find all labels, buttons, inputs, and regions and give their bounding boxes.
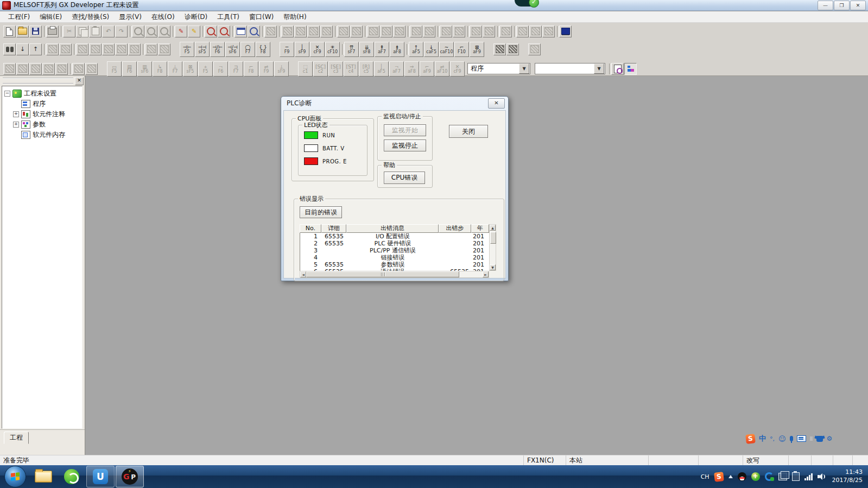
toolbar-new-project[interactable]	[3, 26, 16, 37]
toolbar-search-down[interactable]: ↓	[16, 43, 29, 55]
toolbar-project-tree-toggle[interactable]	[624, 63, 637, 75]
table-row[interactable]: 4链接错误201	[300, 254, 489, 261]
toolbar-sfc-corner1[interactable]: ¬F6	[213, 61, 228, 77]
column-header[interactable]: No.	[300, 224, 321, 233]
maximize-button[interactable]: ❐	[834, 1, 850, 10]
toolbar-pulse-down-parallel[interactable]: ⇟aF8	[390, 42, 404, 57]
menu-project[interactable]: 工程(F)	[3, 11, 35, 23]
toolbar-sfc-st[interactable]: [ST]c4	[344, 61, 358, 77]
network-signal-icon[interactable]	[804, 473, 813, 480]
toolbar-block-zoom[interactable]	[423, 26, 435, 37]
toolbar-copy[interactable]	[76, 26, 88, 37]
lang-chinese-icon[interactable]: 中	[759, 434, 766, 443]
start-button[interactable]	[4, 466, 26, 487]
toolbar-find-replace[interactable]	[158, 26, 170, 37]
menu-online[interactable]: 在线(O)	[147, 11, 180, 23]
toolbar-monitor-window[interactable]	[559, 26, 572, 37]
vertical-scrollbar[interactable]: ▲ ▼	[489, 224, 496, 271]
taskbar-explorer[interactable]	[30, 466, 57, 487]
toolbar-flag-t[interactable]	[337, 26, 350, 37]
menu-diagnostics[interactable]: 诊断(D)	[180, 11, 213, 23]
taskbar-gx-developer[interactable]: ⚡GP	[116, 466, 144, 487]
toolbar-jump[interactable]	[46, 43, 59, 55]
toolbar-find-binoculars[interactable]	[3, 43, 16, 55]
toolbar-device-call[interactable]	[59, 43, 72, 55]
toolbar-doc-save[interactable]	[145, 43, 157, 55]
skin-icon[interactable]	[816, 436, 823, 442]
toolbar-ladder-write-mode[interactable]: ✎	[175, 26, 187, 37]
toolbar-window-view[interactable]	[235, 26, 247, 37]
toolbar-statement-edit[interactable]	[294, 26, 307, 37]
toolbar-block-up-edit[interactable]	[115, 43, 128, 55]
toolbar-ladder-insert-mode[interactable]: ✎	[188, 26, 200, 37]
toolbar-comment-edit[interactable]	[281, 26, 294, 37]
toolbar-sfc-dummy[interactable]: ⊠sF5	[183, 61, 198, 77]
toolbar-sfc-sel-join[interactable]: ⟂sF9	[274, 61, 289, 77]
toolbar-layer-copy[interactable]	[89, 43, 102, 55]
toolbar-undo[interactable]: ↶	[102, 26, 115, 37]
toolbar-transfer-setup[interactable]	[264, 26, 277, 37]
toolbar-sfc-vline[interactable]: │aF5	[374, 61, 389, 77]
toolbar-sfc-line4[interactable]: ⇌aF10	[435, 61, 449, 77]
toolbar-pulse-up-contact[interactable]: ⇈sF7	[344, 42, 359, 57]
expand-icon[interactable]: +	[13, 111, 19, 117]
toolbar-branch-tool-1[interactable]	[493, 43, 506, 55]
volume-icon[interactable]	[818, 473, 825, 480]
dialog-close-icon[interactable]: ✕	[488, 98, 505, 109]
toolbar-print[interactable]	[46, 26, 59, 37]
toolbar-sort-asc-3[interactable]	[542, 26, 555, 37]
taskbar-uc[interactable]: U	[86, 466, 115, 487]
column-header[interactable]: 详细	[321, 224, 346, 233]
toolbar-partial-copy[interactable]	[16, 63, 29, 75]
toolbox-icon[interactable]: ⚙	[827, 435, 833, 442]
toolbar-sfc-line-del[interactable]: ✕cF9	[450, 61, 465, 77]
sogou-logo-icon[interactable]: S	[745, 434, 756, 444]
toolbar-sfc-sc[interactable]: [SC]c2	[313, 61, 328, 77]
tree-item-device-memory[interactable]: 软元件内存	[2, 130, 82, 140]
toolbar-find[interactable]	[132, 26, 144, 37]
toolbar-sfc-end[interactable]: ⊥F7	[168, 61, 182, 77]
toolbar-block-down-insert[interactable]	[85, 63, 98, 75]
error-table-body[interactable]: 165535I/O 配置错误201265535PLC 硬件错误2013PLC/P…	[300, 233, 489, 271]
close-dialog-button[interactable]: 关闭	[449, 125, 488, 138]
column-header[interactable]: 年	[471, 224, 489, 233]
toolbar-sort-asc-1[interactable]	[516, 26, 529, 37]
toolbar-sfc-sel-branch[interactable]: ⇌F9	[259, 61, 274, 77]
toolbar-device-find[interactable]	[320, 26, 333, 37]
toolbar-block-delete[interactable]	[128, 43, 141, 55]
toolbar-sfc-block[interactable]: ▤F6	[122, 61, 137, 77]
horizontal-scroll-thumb[interactable]	[306, 271, 459, 277]
lang-indicator[interactable]: CH	[701, 473, 709, 480]
toolbar-sfc-line3[interactable]: ⌐aF9	[420, 61, 434, 77]
toolbar-pulse-down-contact[interactable]: ⇊sF8	[359, 42, 374, 57]
taskbar-browser[interactable]	[58, 466, 85, 487]
toolbar-paste[interactable]	[89, 26, 102, 37]
panel-drag-handle[interactable]	[3, 78, 73, 84]
toolbar-circle-view[interactable]	[499, 26, 512, 37]
tray-expand-icon[interactable]	[728, 475, 733, 478]
data-name-select[interactable]: ▼	[535, 63, 605, 74]
toolbar-sfc-step[interactable]: ▭F5	[107, 61, 122, 77]
toolbar-select-area[interactable]	[76, 43, 88, 55]
toolbar-save-project[interactable]	[29, 26, 42, 37]
current-error-button[interactable]: 目前的错误	[300, 206, 342, 218]
chevron-down-icon[interactable]: ▼	[594, 64, 604, 74]
toolbar-doc-find[interactable]	[611, 63, 624, 75]
toolbar-sfc-block2[interactable]: ▥sF6	[137, 61, 152, 77]
toolbar-contact-close[interactable]: ⊣/⊢F6	[210, 42, 225, 57]
toolbar-sfc-r[interactable]: [R]c5	[359, 61, 373, 77]
toolbar-sfc-corner3[interactable]: ⌐F8	[244, 61, 258, 77]
toolbar-redo[interactable]: ↷	[115, 26, 128, 37]
chevron-down-icon[interactable]: ▼	[519, 64, 529, 74]
antivirus-icon[interactable]: +	[751, 472, 760, 481]
tree-item-device-comment[interactable]: + 软元件注释	[2, 109, 82, 119]
tree-root-project[interactable]: − 工程未设置	[2, 88, 82, 99]
toolbar-sort-asc-2[interactable]	[529, 26, 542, 37]
toolbar-move-down[interactable]	[453, 26, 465, 37]
horizontal-scrollbar[interactable]: ◄ ►	[300, 271, 489, 278]
table-row[interactable]: 3PLC/PP 通信错误201	[300, 247, 489, 254]
toolbar-line-out[interactable]: ⌐F10	[454, 42, 469, 57]
toolbar-contact-open-parallel[interactable]: ⊣⊣sF5	[195, 42, 210, 57]
expand-icon[interactable]: +	[13, 122, 19, 128]
menu-help[interactable]: 帮助(H)	[278, 11, 311, 23]
